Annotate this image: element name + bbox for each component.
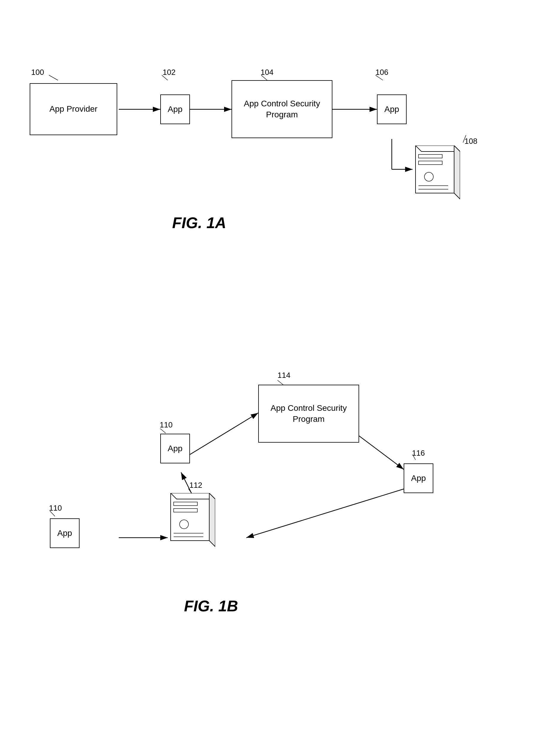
svg-marker-24 — [454, 146, 460, 199]
server-108 — [412, 146, 460, 205]
app-110b-box: App — [50, 518, 80, 548]
ref-102: 102 — [163, 68, 176, 77]
svg-marker-32 — [209, 493, 215, 547]
app-control-104-label: App Control Security Program — [232, 98, 332, 120]
svg-line-17 — [277, 380, 283, 385]
ref-112: 112 — [189, 481, 202, 490]
app-102-box: App — [160, 94, 190, 124]
svg-marker-31 — [171, 493, 215, 499]
server-108-svg — [412, 146, 460, 205]
app-106-box: App — [377, 94, 407, 124]
svg-rect-22 — [415, 146, 454, 193]
app-110b-label: App — [57, 528, 72, 539]
app-106-label: App — [384, 104, 399, 115]
app-control-114-label: App Control Security Program — [259, 403, 358, 424]
ref-104: 104 — [261, 68, 274, 77]
app-116-label: App — [411, 473, 426, 484]
svg-rect-30 — [171, 493, 209, 541]
app-110a-box: App — [160, 434, 190, 463]
svg-line-12 — [190, 413, 258, 454]
app-110a-label: App — [168, 443, 183, 454]
fig1b-title: FIG. 1B — [184, 597, 238, 615]
app-102-label: App — [168, 104, 183, 115]
server-112 — [168, 493, 215, 553]
diagram-container: App Provider 100 App 102 App Control Sec… — [0, 0, 547, 756]
svg-marker-23 — [415, 146, 460, 151]
app-provider-label: App Provider — [50, 104, 98, 114]
svg-line-7 — [49, 75, 58, 80]
svg-line-16 — [246, 487, 409, 538]
app-control-114-box: App Control Security Program — [258, 385, 359, 443]
ref-110a: 110 — [160, 420, 173, 430]
ref-100: 100 — [31, 68, 44, 77]
app-116-box: App — [404, 463, 433, 493]
app-control-104-box: App Control Security Program — [232, 80, 332, 138]
ref-106: 106 — [375, 68, 388, 77]
ref-108: 108 — [464, 137, 477, 146]
app-provider-box: App Provider — [30, 83, 117, 135]
ref-110b: 110 — [49, 504, 62, 513]
ref-114: 114 — [277, 371, 290, 380]
ref-116: 116 — [412, 449, 425, 458]
fig1a-title: FIG. 1A — [172, 214, 226, 232]
server-112-svg — [168, 493, 215, 553]
